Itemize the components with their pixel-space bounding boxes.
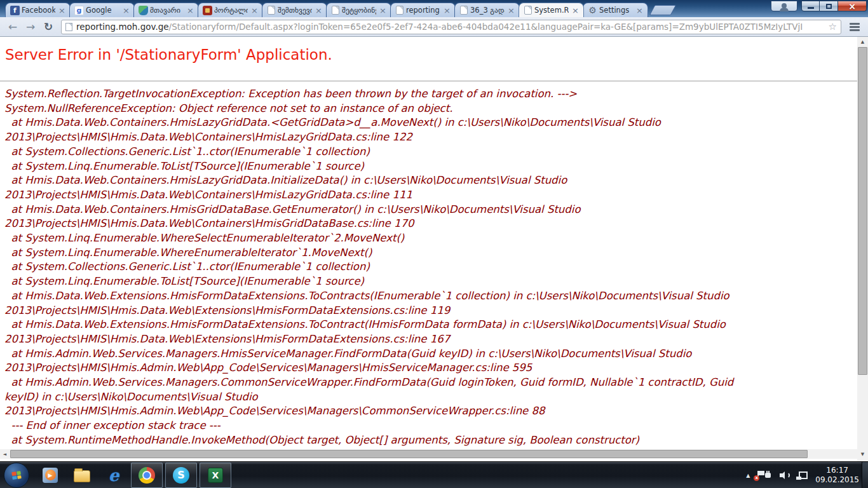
action-center-flag-icon[interactable]: x <box>756 471 757 480</box>
minimize-button[interactable] <box>801 1 820 11</box>
system-tray: ▲ x 16:17 09.02.2015 <box>746 462 859 488</box>
taskbar-explorer[interactable] <box>66 463 98 488</box>
stack-line: at System.Linq.Enumerable.WhereSelectEnu… <box>4 231 868 246</box>
taskbar-media-player[interactable]: ▶ <box>34 463 66 488</box>
stack-line: System.Reflection.TargetInvocationExcept… <box>4 87 868 102</box>
stack-line: at System.Collections.Generic.List`1..ct… <box>4 260 868 274</box>
tab-facebook[interactable]: f Facebook × <box>5 3 71 17</box>
new-tab-button[interactable] <box>649 5 677 15</box>
tray-expand-icon[interactable]: ▲ <box>746 473 750 478</box>
page-icon <box>396 6 403 15</box>
tab-36-3-gada[interactable]: 36_3 გადა × <box>454 3 520 17</box>
stack-line: at System.Linq.Enumerable.ToList[TSource… <box>4 274 868 289</box>
stack-line: 2013\Projects\HMIS\Hmis.Admin.Web\App_Co… <box>4 404 868 419</box>
tab-label: Google <box>86 6 119 15</box>
tab-google[interactable]: g Google × <box>69 3 135 17</box>
stack-line: at System.Collections.Generic.List`1..ct… <box>4 145 868 159</box>
scroll-left-icon[interactable]: ◄ <box>0 449 10 459</box>
taskbar-skype-open[interactable]: S <box>165 463 197 488</box>
facebook-icon: f <box>10 6 20 15</box>
folder-icon <box>74 470 90 482</box>
stack-line: at System.Linq.Enumerable.WhereEnumerabl… <box>4 246 868 261</box>
maximize-button[interactable] <box>820 1 838 11</box>
page-icon <box>524 6 532 15</box>
stack-line: 2013\Projects\HMIS\Hmis.Data.Web\Extensi… <box>4 304 868 318</box>
stack-line: 2013\Projects\HMIS\Hmis.Admin.Web\App_Co… <box>4 361 868 376</box>
vertical-scrollbar[interactable]: ▲ ▼ <box>857 37 868 461</box>
tab-close-icon[interactable]: × <box>442 6 452 15</box>
close-button[interactable]: × <box>838 1 867 11</box>
start-button[interactable] <box>4 463 29 488</box>
profile-avatar-button[interactable] <box>771 1 797 11</box>
error-badge: x <box>754 475 759 481</box>
tab-label: მთავარი <box>150 6 184 15</box>
clock-date: 09.02.2015 <box>815 475 859 485</box>
tab-portali[interactable]: პორტალი × <box>198 3 263 17</box>
tab-shemtkhvevis[interactable]: შემთხვევის × <box>262 3 327 17</box>
volume-icon[interactable] <box>780 471 790 480</box>
maximize-icon <box>826 4 832 9</box>
tab-close-icon[interactable]: × <box>57 6 67 15</box>
tab-settings[interactable]: ⚙ Settings × <box>583 3 648 17</box>
windows-logo-icon <box>11 471 22 480</box>
stack-line: at Hmis.Data.Web.Containers.HmisGridData… <box>4 203 868 217</box>
divider <box>0 81 868 81</box>
tab-reporting[interactable]: reporting.m × <box>390 3 456 17</box>
error-page-title: Server Error in '/StationaryForm' Applic… <box>5 46 868 64</box>
tab-close-icon[interactable]: × <box>378 6 388 15</box>
stack-line: at System.RuntimeMethodHandle.InvokeMeth… <box>4 433 868 448</box>
taskbar-chrome-open[interactable] <box>131 463 163 488</box>
address-bar[interactable]: reporting.moh.gov.ge/Stationaryform/Defa… <box>61 20 841 34</box>
tab-label: შეტყობინე <box>342 6 376 15</box>
chrome-menu-button[interactable] <box>845 19 864 34</box>
scroll-down-icon[interactable]: ▼ <box>857 449 868 459</box>
taskbar-internet-explorer[interactable]: e <box>98 463 130 488</box>
network-icon[interactable] <box>796 471 806 480</box>
tab-close-icon[interactable]: × <box>250 6 259 15</box>
tab-close-icon[interactable]: × <box>314 6 323 15</box>
tab-label: reporting.m <box>406 6 440 15</box>
stack-line: --- End of inner exception stack trace -… <box>4 419 868 433</box>
url-domain: reporting.moh.gov.ge <box>76 22 169 32</box>
tab-shetqobine[interactable]: შეტყობინე × <box>326 3 391 17</box>
shield-icon <box>139 6 148 15</box>
stack-line: at Hmis.Admin.Web.Services.Managers.Comm… <box>4 376 868 390</box>
gear-icon: ⚙ <box>588 6 597 15</box>
horizontal-scroll-thumb[interactable] <box>10 450 808 458</box>
chrome-icon <box>139 467 155 484</box>
taskbar-excel-open[interactable]: X <box>200 463 231 488</box>
stack-line: at Hmis.Data.Web.Extensions.HmisFormData… <box>4 289 868 304</box>
tab-label: Settings <box>599 6 633 15</box>
page-icon <box>460 6 468 15</box>
stack-line: System.NullReferenceException: Object re… <box>4 102 868 116</box>
tab-mtavari[interactable]: მთავარი × <box>133 3 199 17</box>
scroll-up-icon[interactable]: ▲ <box>857 37 868 46</box>
excel-icon: X <box>208 468 223 483</box>
google-icon: g <box>74 6 84 15</box>
tab-close-icon[interactable]: × <box>506 6 516 15</box>
url-path: /Stationaryform/Default.aspx?loginToken=… <box>169 22 803 32</box>
reload-button[interactable]: ↻ <box>39 19 57 34</box>
emblem-icon <box>203 6 212 15</box>
tab-label: Facebook <box>22 6 55 15</box>
forward-button[interactable]: → <box>22 19 39 34</box>
tab-close-icon[interactable]: × <box>635 6 644 15</box>
stack-line: 2013\Projects\HMIS\Hmis.Data.Web\Extensi… <box>4 332 868 347</box>
back-button[interactable]: ← <box>4 19 22 34</box>
tab-system-reflection-active[interactable]: System.Refl × <box>519 3 584 17</box>
play-icon: ▶ <box>45 470 56 480</box>
taskbar-clock[interactable]: 16:17 09.02.2015 <box>815 466 859 485</box>
bookmark-star-icon[interactable]: ☆ <box>829 21 837 32</box>
show-desktop-button[interactable] <box>862 462 868 488</box>
tab-close-icon[interactable]: × <box>186 6 195 15</box>
horizontal-scrollbar[interactable]: ◄ <box>0 449 857 459</box>
media-player-icon: ▶ <box>43 468 58 483</box>
power-plug-icon[interactable] <box>763 471 773 480</box>
stack-line: 2013\Projects\HMIS\Hmis.Data.Web\Contain… <box>4 130 868 145</box>
tab-close-icon[interactable]: × <box>571 6 580 15</box>
tab-close-icon[interactable]: × <box>121 6 131 15</box>
skype-icon: S <box>173 467 189 484</box>
avatar-icon <box>782 3 787 8</box>
stack-line: at Hmis.Admin.Web.Services.Managers.Hmis… <box>4 347 868 362</box>
vertical-scroll-thumb[interactable] <box>858 47 867 375</box>
